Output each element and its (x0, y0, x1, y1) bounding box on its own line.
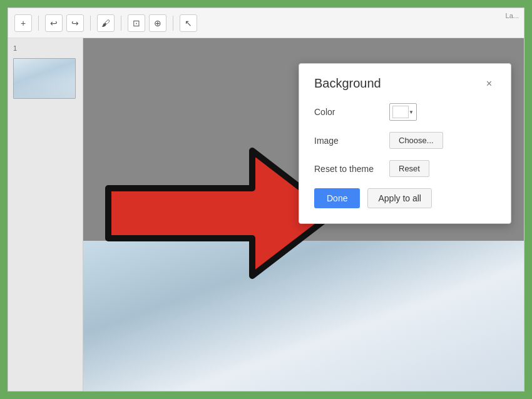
toolbar: + ↩ ↪ 🖌 ⊡ ⊕ ↖ La... (8, 8, 524, 38)
slide-number: 1 (13, 44, 78, 52)
done-button[interactable]: Done (314, 188, 360, 208)
undo-button[interactable]: ↩ (45, 14, 63, 32)
bottom-slide-bg (83, 241, 524, 391)
reset-row: Reset to theme Reset (314, 160, 496, 177)
choose-image-button[interactable]: Choose... (389, 132, 443, 149)
image-row: Image Choose... (314, 132, 496, 149)
canvas-area: Background × Color ▼ Image Ch (83, 38, 524, 391)
color-picker-button[interactable]: ▼ (389, 103, 417, 121)
dialog-close-button[interactable]: × (483, 77, 496, 91)
dialog-title: Background (314, 76, 381, 91)
color-swatch (392, 106, 409, 118)
reset-button[interactable]: Reset (389, 160, 429, 177)
slides-panel: 1 (8, 38, 83, 391)
reset-label: Reset to theme (314, 164, 389, 174)
redo-button[interactable]: ↪ (66, 14, 84, 32)
toolbar-separator-3 (121, 16, 121, 31)
zoom-button[interactable]: ⊕ (149, 14, 166, 32)
crop-button[interactable]: ⊡ (128, 14, 145, 32)
add-button[interactable]: + (14, 14, 32, 32)
dialog-actions: Done Apply to all (314, 188, 496, 208)
dropdown-arrow-icon: ▼ (409, 109, 414, 115)
image-label: Image (314, 136, 389, 146)
toolbar-separator-1 (38, 16, 39, 31)
cursor-button[interactable]: ↖ (180, 14, 197, 32)
content-area: 1 Background × (8, 38, 524, 391)
color-label: Color (314, 107, 389, 117)
paint-button[interactable]: 🖌 (97, 14, 115, 32)
background-dialog: Background × Color ▼ Image Ch (299, 63, 511, 224)
color-row: Color ▼ (314, 103, 496, 121)
toolbar-separator-2 (90, 16, 91, 31)
apply-to-all-button[interactable]: Apply to all (367, 188, 431, 208)
toolbar-separator-4 (173, 16, 173, 31)
slide-thumbnail[interactable] (13, 58, 76, 99)
dialog-header: Background × (314, 76, 496, 91)
top-right-label: La... (501, 8, 524, 23)
app-container: + ↩ ↪ 🖌 ⊡ ⊕ ↖ La... 1 (8, 8, 524, 391)
